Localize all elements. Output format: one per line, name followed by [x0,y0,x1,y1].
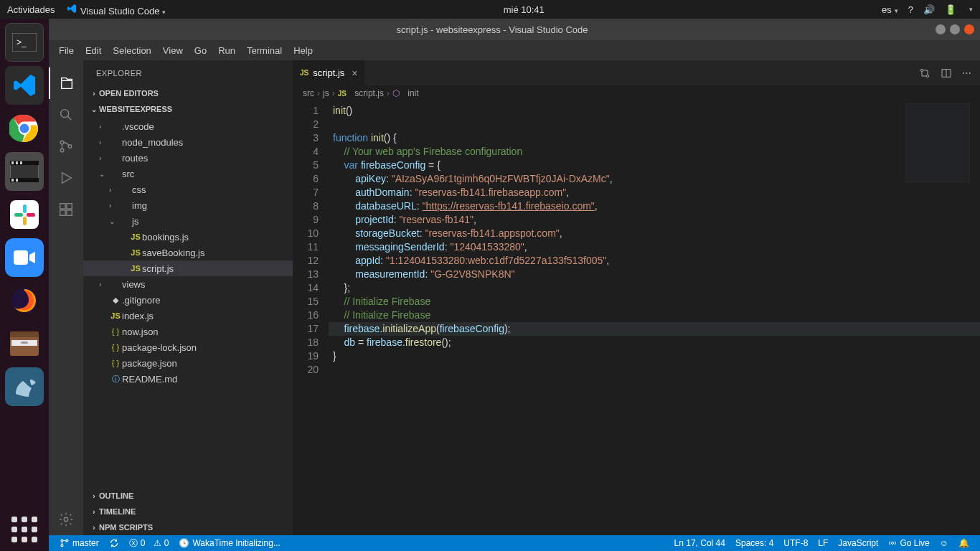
menu-help[interactable]: Help [288,45,319,56]
activity-settings[interactable] [49,504,83,535]
editor-group: JS script.js × ⋯ src› js› [293,60,980,535]
window-maximize[interactable] [950,24,960,34]
menu-view[interactable]: View [157,45,189,56]
sidebar-title: EXPLORER [83,60,293,85]
tree-item[interactable]: ›node_modules [83,134,293,150]
dock-zoom[interactable] [5,238,44,277]
section-open-editors[interactable]: ›OPEN EDITORS [83,85,293,101]
tree-item[interactable]: ◆.gitignore [83,292,293,308]
dock-firefox[interactable] [5,281,44,320]
section-outline[interactable]: ›OUTLINE [83,488,293,504]
activity-explorer[interactable] [49,67,83,99]
dock-mysql[interactable] [5,367,44,406]
gnome-top-bar: Actividades Visual Studio Code▾ mié 10:4… [0,0,980,19]
clock[interactable]: mié 10:41 [166,4,882,15]
tree-item[interactable]: JSscript.js [83,260,293,276]
window-minimize[interactable] [936,24,946,34]
code-content[interactable]: init() function init() { // Your web app… [329,101,980,535]
more-icon[interactable]: ⋯ [962,67,971,78]
activity-search[interactable] [49,99,83,131]
dock-slack[interactable] [5,195,44,234]
menu-selection[interactable]: Selection [107,45,156,56]
activity-debug[interactable] [49,162,83,194]
svg-rect-9 [16,161,18,164]
lang-indicator[interactable]: es▾ [882,4,898,15]
tree-item[interactable]: ⓘREADME.md [83,371,293,387]
activity-extensions[interactable] [49,194,83,225]
tree-item[interactable]: { }package.json [83,355,293,371]
volume-icon[interactable]: 🔊 [923,4,935,15]
svg-rect-16 [23,217,27,225]
window-title: script.js - websiteexpress - Visual Stud… [49,24,936,35]
menu-file[interactable]: File [53,45,80,56]
dock-files[interactable] [5,324,44,363]
tree-item[interactable]: ›css [83,182,293,197]
svg-point-36 [61,540,63,542]
battery-icon[interactable]: 🔋 [945,4,956,15]
tree-item[interactable]: ›img [83,197,293,213]
window-titlebar: script.js - websiteexpress - Visual Stud… [49,19,980,40]
tree-item[interactable]: JSindex.js [83,308,293,324]
svg-rect-10 [20,161,22,164]
svg-rect-14 [23,204,27,213]
dock-vscode[interactable] [5,66,44,105]
compare-icon[interactable] [919,67,930,79]
svg-rect-7 [10,178,39,182]
status-bell[interactable]: 🔔 [953,538,974,548]
status-problems[interactable]: ⓧ0 ⚠0 [124,537,174,550]
activity-scm[interactable] [49,131,83,162]
tab-script-js[interactable]: JS script.js × [293,60,365,85]
tree-item[interactable]: ›routes [83,150,293,166]
status-wakatime[interactable]: 🕓 WakaTime Initializing... [174,538,285,548]
section-timeline[interactable]: ›TIMELINE [83,504,293,519]
split-editor-icon[interactable] [941,67,952,79]
section-workspace[interactable]: ⌄WEBSITEEXPRESS [83,101,293,117]
breadcrumb[interactable]: src› js› JS script.js› ⬡ init [293,85,980,101]
status-language[interactable]: JavaScript [833,538,883,548]
dock-chrome[interactable] [5,109,44,148]
tree-item[interactable]: { }now.json [83,324,293,339]
dock-apps-grid[interactable] [10,515,39,544]
status-eol[interactable]: LF [813,538,833,548]
tree-item[interactable]: ⌄src [83,166,293,182]
status-feedback[interactable]: ☺ [935,538,953,548]
menu-run[interactable]: Run [212,45,241,56]
svg-point-34 [926,75,928,77]
tree-item[interactable]: JSbookings.js [83,229,293,245]
help-icon[interactable]: ? [908,4,913,15]
svg-rect-8 [11,161,14,164]
window-close[interactable] [964,24,974,34]
status-sync[interactable] [104,538,124,548]
status-encoding[interactable]: UTF-8 [778,538,813,548]
app-menu[interactable]: Visual Studio Code▾ [66,3,166,17]
vscode-icon [66,3,77,14]
menu-terminal[interactable]: Terminal [241,45,288,56]
svg-rect-17 [27,213,35,217]
svg-rect-23 [21,342,28,344]
close-icon[interactable]: × [352,67,357,79]
code-editor[interactable]: 1234567891011121314151617181920 init() f… [293,101,980,535]
svg-point-25 [60,141,64,144]
section-npm-scripts[interactable]: ›NPM SCRIPTS [83,519,293,535]
status-position[interactable]: Ln 17, Col 44 [669,538,730,548]
tree-item[interactable]: ⌄js [83,213,293,229]
tree-item[interactable]: { }package-lock.json [83,339,293,355]
editor-tabs: JS script.js × ⋯ [293,60,980,85]
svg-rect-31 [67,210,72,215]
activities-button[interactable]: Actividades [7,4,55,15]
menu-edit[interactable]: Edit [80,45,107,56]
svg-point-26 [60,149,64,152]
tree-item[interactable]: ›.vscode [83,118,293,134]
svg-rect-11 [11,179,14,182]
status-golive[interactable]: Go Live [883,538,934,548]
tree-item[interactable]: ›views [83,276,293,292]
dock-terminal[interactable]: >_ [5,23,44,62]
dock-video-editor[interactable] [5,152,44,191]
status-spaces[interactable]: Spaces: 4 [730,538,778,548]
menu-go[interactable]: Go [189,45,212,56]
tree-item[interactable]: JSsaveBooking.js [83,245,293,260]
vscode-window: script.js - websiteexpress - Visual Stud… [49,19,980,551]
minimap[interactable] [905,103,970,182]
svg-rect-6 [10,161,39,165]
status-branch[interactable]: master [55,538,104,548]
